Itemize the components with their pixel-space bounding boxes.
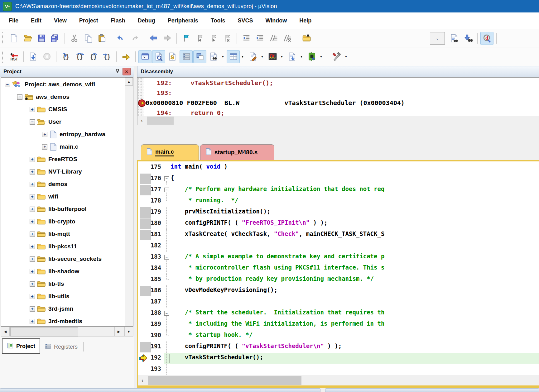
code-line-188[interactable]: 188− /* Start the scheduler. Initializat… <box>138 308 539 319</box>
expand-icon[interactable]: + <box>30 219 35 224</box>
find-button[interactable] <box>461 32 474 45</box>
tree-item-lib-bufferpool[interactable]: +lib-bufferpool <box>30 203 86 215</box>
expand-icon[interactable]: + <box>30 207 35 212</box>
disassembly-line[interactable]: 193: <box>137 88 539 98</box>
expand-icon[interactable]: + <box>30 256 35 262</box>
tree-item-aws-demos[interactable]: −aws_demos <box>17 91 70 103</box>
code-line-179[interactable]: 179 prvMiscInitialization(); <box>138 207 539 218</box>
editor-horizontal-scrollbar[interactable]: ‹ <box>138 375 539 386</box>
navigate-back-button[interactable] <box>147 32 160 45</box>
expand-icon[interactable]: + <box>30 294 35 299</box>
tree-item-main-c[interactable]: +main.c <box>42 141 78 153</box>
tab-project[interactable]: Project <box>2 338 40 354</box>
expand-icon[interactable]: + <box>30 169 35 174</box>
tree-vertical-scrollbar[interactable]: ▲ <box>125 78 133 326</box>
tree-item-entropy-hardwa[interactable]: +entropy_hardwa <box>42 128 105 141</box>
scroll-left-icon[interactable]: ‹ <box>138 376 147 385</box>
expand-icon[interactable]: + <box>30 269 35 274</box>
tree-item-lib-mqtt[interactable]: +lib-mqtt <box>30 228 70 240</box>
collapse-icon[interactable]: − <box>30 119 35 125</box>
tree-item-lib-crypto[interactable]: +lib-crypto <box>30 215 75 228</box>
menu-help[interactable]: Help <box>293 17 318 24</box>
expand-icon[interactable]: + <box>30 194 35 199</box>
scroll-right-icon[interactable]: ▶ <box>114 327 123 336</box>
tree-item-lib-tls[interactable]: +lib-tls <box>30 278 64 290</box>
disassembly-line[interactable]: 192: vTaskStartScheduler(); <box>137 79 539 88</box>
step-button[interactable]: {} <box>59 50 72 63</box>
tab-registers[interactable]: Registers <box>40 340 82 354</box>
scroll-left-icon[interactable]: ‹ <box>137 116 146 125</box>
toolbar-grip[interactable] <box>2 32 4 44</box>
code-line-184[interactable]: 184 * microcontroller flash using PKCS#1… <box>138 263 539 274</box>
expand-icon[interactable]: + <box>30 281 35 287</box>
toolbox-dropdown-icon[interactable]: ▼ <box>344 50 349 63</box>
code-line-176[interactable]: 176−{ <box>138 173 539 184</box>
code-line-177[interactable]: 177− /* Perform any hardware initializat… <box>138 184 539 196</box>
previous-bookmark-button[interactable] <box>193 32 206 45</box>
show-next-statement-button[interactable] <box>119 50 132 63</box>
open-file-button[interactable] <box>21 32 34 45</box>
code-line-193[interactable]: 193 <box>138 364 539 375</box>
reset-cpu-button[interactable]: RST <box>7 50 21 63</box>
code-line-190[interactable]: 190 * startup hook. */ <box>138 330 539 342</box>
expand-icon[interactable]: + <box>30 306 35 312</box>
disassembly-window-button[interactable] <box>152 50 165 63</box>
registers-window-button[interactable] <box>180 50 193 63</box>
symbols-window-button[interactable]: S <box>166 50 179 63</box>
next-bookmark-button[interactable] <box>207 32 220 45</box>
menu-peripherals[interactable]: Peripherals <box>161 17 205 24</box>
system-viewer-dropdown-icon[interactable]: ▼ <box>319 50 324 63</box>
step-over-button[interactable]: {} <box>73 50 86 63</box>
tree-item-3rd-jsmn[interactable]: +3rd-jsmn <box>30 303 73 315</box>
code-line-191[interactable]: 191 configPRINTF( ( "vTaskStartScheduler… <box>138 342 539 353</box>
menu-project[interactable]: Project <box>73 17 104 24</box>
analysis-window-button[interactable] <box>266 50 279 63</box>
code-line-182[interactable]: 182 <box>138 241 539 252</box>
scroll-left-icon[interactable]: ◀ <box>1 327 10 336</box>
code-line-183[interactable]: 183− /* A simple example to demonstrate … <box>138 252 539 263</box>
run-button[interactable] <box>26 50 40 63</box>
copy-button[interactable] <box>81 32 94 45</box>
tree-item-project-aws-demos-wifi[interactable]: −Project: aws_demos_wifi <box>5 78 95 91</box>
project-tree[interactable]: −Project: aws_demos_wifi−aws_demos+CMSIS… <box>1 77 133 327</box>
start-stop-debug-button[interactable]: d <box>480 32 493 45</box>
code-line-187[interactable]: 187 <box>138 297 539 308</box>
collapse-icon[interactable]: − <box>17 94 22 100</box>
uncomment-selection-button[interactable] <box>281 32 294 45</box>
fold-collapse-icon[interactable]: − <box>164 173 169 184</box>
expand-icon[interactable]: + <box>30 107 35 112</box>
editor-hscroll-thumb[interactable] <box>148 376 301 385</box>
code-line-178[interactable]: 178 * running. */ <box>138 196 539 207</box>
expand-icon[interactable]: + <box>42 144 47 150</box>
insert-bookmark-button[interactable] <box>180 32 193 45</box>
cut-button[interactable] <box>68 32 81 45</box>
undo-button[interactable] <box>114 32 127 45</box>
menu-tools[interactable]: Tools <box>205 17 232 24</box>
tree-item-freertos[interactable]: +FreeRTOS <box>30 153 77 165</box>
serial-window-button[interactable] <box>246 50 259 63</box>
close-icon[interactable]: ✕ <box>123 68 131 75</box>
paste-button[interactable] <box>95 32 108 45</box>
trace-window-button[interactable] <box>286 50 299 63</box>
expand-icon[interactable]: + <box>30 232 35 237</box>
trace-window-dropdown-icon[interactable]: ▼ <box>299 50 304 63</box>
system-viewer-button[interactable] <box>305 50 318 63</box>
new-file-button[interactable] <box>7 32 21 45</box>
scroll-down-icon[interactable]: ▼ <box>124 327 133 336</box>
tab-main-c[interactable]: main.c <box>141 144 199 160</box>
collapse-icon[interactable]: − <box>5 82 10 87</box>
menu-edit[interactable]: Edit <box>25 17 48 24</box>
command-window-button[interactable]: >_ <box>138 50 152 63</box>
tree-item-lib-pkcs11[interactable]: +lib-pkcs11 <box>30 240 77 253</box>
memory-window-button[interactable] <box>227 50 240 63</box>
toolbox-button[interactable] <box>330 50 343 63</box>
code-line-175[interactable]: 175int main( void ) <box>138 162 539 173</box>
file-search-combobox[interactable]: ⌄ <box>430 32 445 45</box>
call-stack-window-button[interactable] <box>193 50 206 63</box>
tab-startup-m480-s[interactable]: startup_M480.s <box>200 144 274 160</box>
expand-icon[interactable]: + <box>30 157 35 162</box>
code-line-181[interactable]: 181 xTaskCreate( vCheckTask, "Check", ma… <box>138 229 539 241</box>
redo-button[interactable] <box>128 32 141 45</box>
tree-item-demos[interactable]: +demos <box>30 178 67 190</box>
serial-window-dropdown-icon[interactable]: ▼ <box>260 50 265 63</box>
